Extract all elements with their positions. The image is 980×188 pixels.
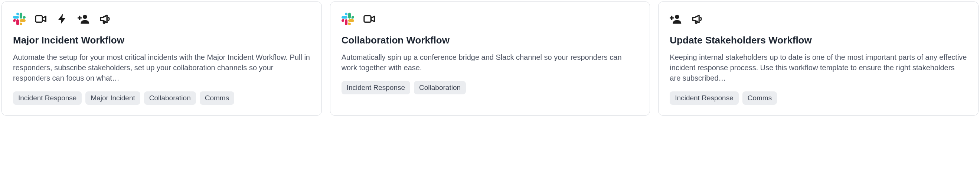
icon-row: [13, 12, 310, 25]
tag: Collaboration: [414, 81, 466, 94]
workflow-description: Keeping internal stakeholders up to date…: [670, 52, 967, 83]
video-icon: [363, 13, 375, 25]
svg-rect-0: [36, 16, 42, 22]
icon-row: [670, 12, 967, 25]
tag: Incident Response: [342, 81, 410, 94]
tag: Collaboration: [144, 91, 196, 105]
workflow-title: Major Incident Workflow: [13, 35, 310, 46]
svg-rect-2: [364, 16, 371, 22]
workflow-card-row: Major Incident Workflow Automate the set…: [2, 2, 978, 116]
slack-icon: [342, 13, 354, 25]
workflow-card[interactable]: Major Incident Workflow Automate the set…: [2, 2, 322, 116]
add-user-icon: [78, 13, 90, 25]
workflow-title: Collaboration Workflow: [342, 35, 639, 46]
bolt-icon: [56, 13, 69, 25]
tag: Comms: [743, 91, 777, 105]
workflow-card[interactable]: Update Stakeholders Workflow Keeping int…: [658, 2, 978, 116]
workflow-description: Automate the setup for your most critica…: [13, 52, 310, 83]
svg-point-3: [675, 15, 679, 19]
tag: Incident Response: [13, 91, 82, 105]
tag: Comms: [200, 91, 234, 105]
slack-icon: [13, 13, 25, 25]
tag-row: Incident Response Collaboration: [342, 81, 639, 94]
tag: Incident Response: [670, 91, 738, 105]
tag-row: Incident Response Comms: [670, 91, 967, 105]
tag: Major Incident: [85, 91, 140, 105]
add-user-icon: [670, 13, 682, 25]
video-icon: [35, 13, 47, 25]
megaphone-icon: [99, 13, 112, 25]
workflow-title: Update Stakeholders Workflow: [670, 35, 967, 46]
workflow-description: Automatically spin up a conference bridg…: [342, 52, 639, 73]
megaphone-icon: [691, 13, 704, 25]
tag-row: Incident Response Major Incident Collabo…: [13, 91, 310, 105]
icon-row: [342, 12, 639, 25]
workflow-card[interactable]: Collaboration Workflow Automatically spi…: [330, 2, 651, 116]
svg-point-1: [83, 15, 87, 19]
